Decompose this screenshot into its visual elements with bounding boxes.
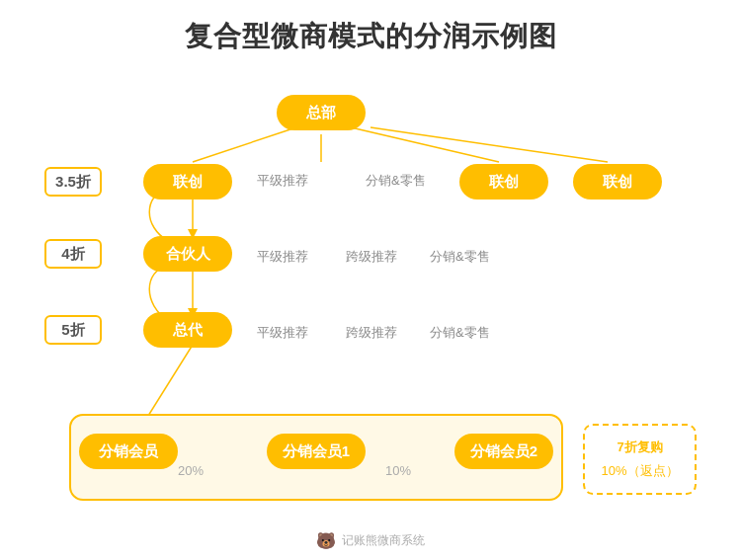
- info-box: 7折复购 10%（返点）: [583, 424, 697, 495]
- node-fenxiao1: 分销会员1: [267, 434, 366, 469]
- node-fenxiao: 分销会员: [79, 434, 178, 469]
- percent-label-1: 20%: [178, 463, 204, 478]
- footer-text: 记账熊微商系统: [342, 532, 425, 549]
- node-zongbu: 总部: [277, 95, 366, 130]
- label-fenxiaolingshao3: 分销&零售: [430, 324, 490, 342]
- percent-label-2: 10%: [385, 463, 411, 478]
- label-kualtuijian2: 跨级推荐: [346, 248, 397, 266]
- node-zongdai: 总代: [143, 312, 232, 348]
- bear-icon: 🐻: [316, 531, 336, 550]
- discount-1: 3.5折: [44, 167, 102, 197]
- svg-line-6: [143, 345, 193, 424]
- svg-line-2: [351, 127, 499, 162]
- discount-2: 4折: [44, 239, 102, 269]
- node-fenxiao2: 分销会员2: [454, 434, 553, 469]
- label-pingjituijian1: 平级推荐: [257, 172, 308, 190]
- svg-line-0: [193, 127, 296, 162]
- label-fenxiaolingshao2: 分销&零售: [430, 248, 490, 266]
- diagram: 总部 3.5折 4折 5折 联创 合伙人 总代 平级推荐 分销&零售: [15, 73, 726, 560]
- fandian-label: 10%（返点）: [601, 462, 678, 480]
- svg-line-3: [370, 127, 608, 162]
- label-pingjituijian3: 平级推荐: [257, 324, 308, 342]
- label-pingjituijian2: 平级推荐: [257, 248, 308, 266]
- page-title: 复合型微商模式的分润示例图: [185, 18, 557, 55]
- page: 复合型微商模式的分润示例图: [0, 0, 741, 560]
- node-lianchuang2: 联创: [459, 164, 548, 200]
- label-kualtuijian3: 跨级推荐: [346, 324, 397, 342]
- fangui-label: 7折复购: [617, 439, 662, 456]
- discount-3: 5折: [44, 315, 102, 345]
- footer: 🐻 记账熊微商系统: [316, 531, 425, 550]
- node-lianchuang3: 联创: [573, 164, 662, 200]
- label-fenxiaolingshao1: 分销&零售: [366, 172, 426, 190]
- node-huoban: 合伙人: [143, 236, 232, 272]
- node-lianchuang1: 联创: [143, 164, 232, 200]
